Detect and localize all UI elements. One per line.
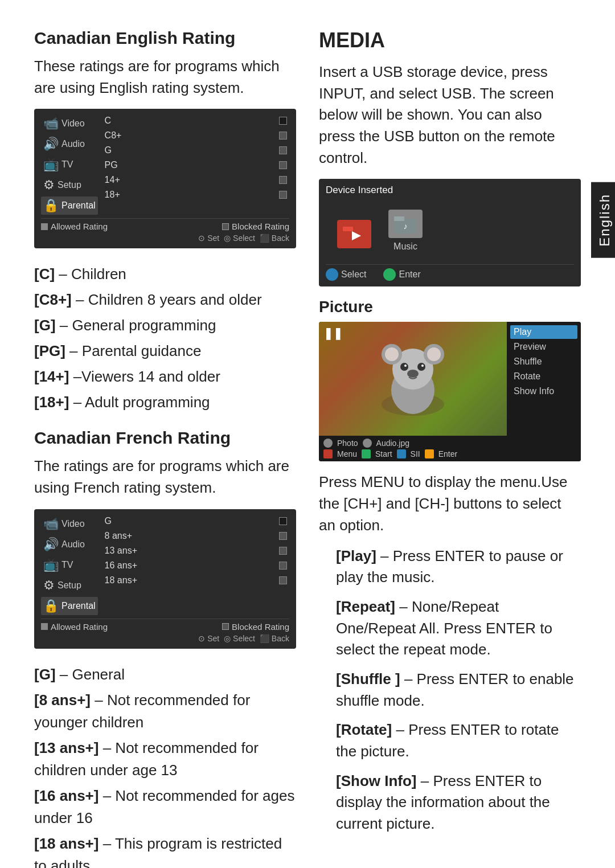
sidebar-audio: 🔊 Audio — [41, 135, 98, 153]
menu-rotate: Rotate — [510, 370, 577, 383]
sidebar-video: 📹 Video — [41, 114, 98, 133]
setup-icon-fr: ⚙ — [43, 578, 55, 593]
rs-sidebar-english: 📹 Video 🔊 Audio 📺 TV — [41, 114, 98, 215]
canadian-english-heading: Canadian English Rating — [34, 28, 296, 48]
video-folder-icon — [337, 220, 371, 248]
allowed-label-fr: Allowed Rating — [51, 622, 108, 632]
rs-nav-french: ⊙ Set ◎ Select ⬛ Back — [41, 634, 289, 643]
rating-row-G: G — [102, 144, 289, 157]
rating-PG: [PG] – Parental guidance — [34, 340, 296, 362]
picture-heading: Picture — [319, 298, 581, 316]
tv-icon: 📺 — [43, 157, 59, 172]
rating-G-fr: [G] – General — [34, 664, 296, 686]
parental-icon: 🔒 — [43, 198, 59, 213]
sidebar-audio-fr: 🔊 Audio — [41, 535, 98, 554]
english-tab: English — [591, 182, 615, 258]
right-column: MEDIA Insert a USB storage device, press… — [319, 28, 581, 868]
feature-rotate: [Rotate] – Press ENTER to rotate the pic… — [319, 719, 581, 762]
canadian-french-intro: The ratings are for programs which are u… — [34, 456, 296, 498]
svg-point-12 — [427, 347, 441, 361]
blocked-box-fr — [222, 623, 229, 630]
rating-row-14: 14+ — [102, 174, 289, 186]
video-icon: 📹 — [43, 116, 59, 131]
nav-select: ◎ Select — [224, 234, 255, 243]
device-screen: Device Inserted — [319, 179, 581, 286]
feature-repeat: [Repeat] – None/Repeat One/Repeat All. P… — [319, 596, 581, 661]
media-heading: MEDIA — [319, 28, 581, 52]
french-rating-screen: 📹 Video 🔊 Audio 📺 TV — [34, 509, 296, 649]
rating-G-eng: [G] – General programming — [34, 314, 296, 337]
rs-sidebar-french: 📹 Video 🔊 Audio 📺 TV — [41, 515, 98, 615]
rating-row-C8: C8+ — [102, 129, 289, 142]
rating-16ans: [16 ans+] – Not recommended for ages und… — [34, 785, 296, 829]
rating-13ans: [13 ans+] – Not recommended for children… — [34, 737, 296, 781]
menu-showinfo: Show Info — [510, 384, 577, 398]
setup-icon: ⚙ — [43, 178, 55, 193]
blocked-box — [222, 223, 229, 230]
audio-icon-fr: 🔊 — [43, 537, 59, 552]
english-rating-screen: 📹 Video 🔊 Audio 📺 TV — [34, 109, 296, 248]
rating-row-PG: PG — [102, 159, 289, 171]
canadian-french-section: Canadian French Rating The ratings are f… — [34, 428, 296, 868]
picture-menu: Play Preview Shuffle Rotate Show Info — [507, 322, 581, 436]
canadian-french-heading: Canadian French Rating — [34, 428, 296, 448]
rating-row-8ans: 8 ans+ — [102, 530, 289, 542]
rating-row-13ans: 13 ans+ — [102, 544, 289, 557]
media-intro: Insert a USB storage device, press INPUT… — [319, 62, 581, 169]
sidebar-setup-fr: ⚙ Setup — [41, 576, 98, 595]
sidebar-parental-fr: 🔒 Parental — [41, 597, 98, 615]
svg-point-13 — [400, 363, 408, 371]
yellow-btn-icon — [425, 449, 434, 458]
rating-18ans: [18 ans+] – This program is restricted t… — [34, 833, 296, 868]
svg-point-17 — [407, 370, 419, 378]
device-footer: Select Enter — [326, 264, 574, 281]
audio-icon: 🔊 — [43, 137, 59, 152]
nav-set-fr: ⊙ Set — [198, 634, 219, 643]
allowed-label: Allowed Rating — [51, 222, 108, 231]
nav-set: ⊙ Set — [198, 234, 219, 243]
rating-row-C: C — [102, 114, 289, 127]
allowed-box — [41, 223, 48, 230]
canadian-english-intro: These ratings are for programs which are… — [34, 56, 296, 99]
menu-play: Play — [510, 325, 577, 339]
rs-footer-english: Allowed Rating Blocked Rating — [41, 218, 289, 231]
tv-icon-fr: 📺 — [43, 558, 59, 572]
rating-14: [14+] –Viewers 14 and older — [34, 366, 296, 388]
svg-point-15 — [404, 365, 407, 367]
rs-ratings-french: G 8 ans+ 13 ans+ — [102, 515, 289, 615]
canadian-english-section: Canadian English Rating These ratings ar… — [34, 28, 296, 413]
name-icon — [363, 439, 372, 448]
svg-point-14 — [417, 363, 425, 371]
sidebar-tv-fr: 📺 TV — [41, 556, 98, 574]
rating-8ans: [8 ans+] – Not recommended for younger c… — [34, 689, 296, 734]
svg-rect-1 — [343, 227, 353, 231]
rating-C8: [C8+] – Children 8 years and older — [34, 289, 296, 311]
blocked-label: Blocked Rating — [232, 222, 289, 231]
picture-screen: ❚❚ — [319, 322, 581, 461]
rating-row-16ans: 16 ans+ — [102, 559, 289, 572]
rs-ratings-english: C C8+ G PG — [102, 114, 289, 215]
svg-text:♪: ♪ — [404, 222, 408, 231]
red-btn-icon — [323, 449, 333, 458]
english-ratings-list: [C] – Children [C8+] – Children 8 years … — [34, 263, 296, 413]
enter-btn: Enter — [383, 268, 420, 281]
nav-select-fr: ◎ Select — [224, 634, 255, 643]
rating-row-18ans: 18 ans+ — [102, 574, 289, 587]
picture-section: Picture ❚❚ — [319, 298, 581, 834]
device-icons: ♪ Music — [326, 200, 574, 261]
green-btn-icon — [362, 449, 371, 458]
pause-icon: ❚❚ — [323, 326, 343, 340]
nav-back: ⬛ Back — [260, 234, 289, 243]
select-icon — [326, 268, 338, 281]
select-btn: Select — [326, 268, 366, 281]
parental-icon-fr: 🔒 — [43, 599, 59, 613]
feature-play: [Play] – Press ENTER to pause or play th… — [319, 546, 581, 588]
music-folder-icon: ♪ — [388, 210, 423, 238]
rs-nav-english: ⊙ Set ◎ Select ⬛ Back — [41, 234, 289, 243]
media-section: MEDIA Insert a USB storage device, press… — [319, 28, 581, 835]
menu-shuffle: Shuffle — [510, 355, 577, 369]
svg-point-10 — [385, 347, 399, 361]
video-icon-fr: 📹 — [43, 517, 59, 531]
feature-showinfo: [Show Info] – Press ENTER to display the… — [319, 771, 581, 835]
sidebar-parental: 🔒 Parental — [41, 196, 98, 215]
